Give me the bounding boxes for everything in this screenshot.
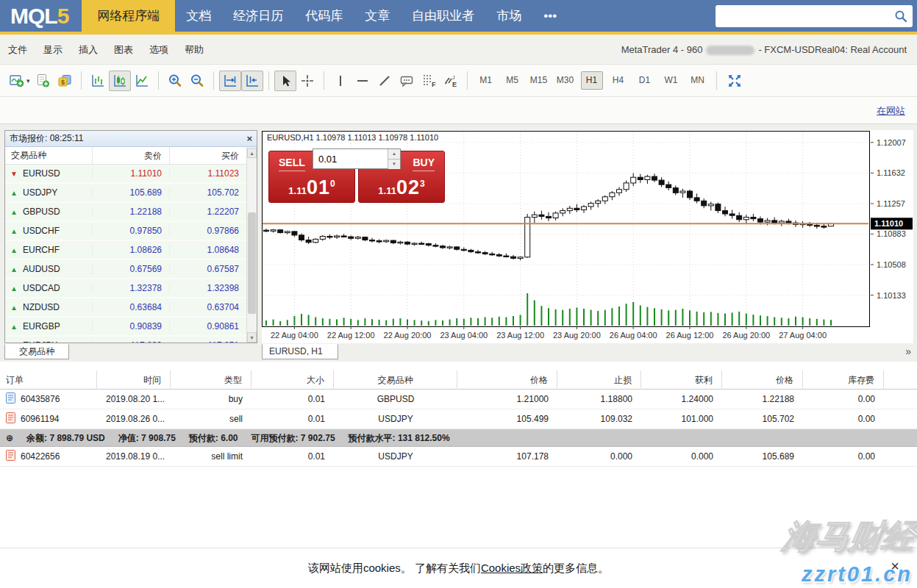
orders-column-9[interactable]: 价格 [722, 370, 803, 390]
onsite-link[interactable]: 在网站 [877, 104, 905, 118]
order-row[interactable]: 604226562019.08.19 0...sell limit0.01USD… [0, 447, 917, 467]
market-watch-row[interactable]: ▲NZDUSD0.636840.63704 [5, 298, 246, 318]
buy-price-small: 1.11 [378, 185, 396, 196]
market-watch-row[interactable]: ▼EURUSD1.110101.11023 [5, 165, 246, 184]
timeframe-button-m15[interactable]: M15 [528, 71, 550, 90]
order-id-cell: 60422656 [0, 450, 97, 463]
menu-item-4[interactable]: 图表 [106, 35, 141, 65]
column-ask[interactable]: 买价 [169, 147, 246, 164]
timeframe-button-w1[interactable]: W1 [660, 71, 682, 90]
market-watch-row[interactable]: ▲GBPUSD1.221881.22207 [5, 203, 246, 222]
orders-column-5[interactable]: 交易品种 [334, 370, 457, 390]
menu-item-1[interactable]: 文件 [0, 35, 35, 65]
tab-symbols[interactable]: 交易品种 [4, 344, 69, 359]
column-symbol[interactable]: 交易品种 [5, 149, 92, 162]
cookie-close-icon[interactable]: × [891, 559, 899, 573]
market-watch-row[interactable]: ▲EURJPY117.839117.851 [5, 337, 246, 343]
order-type: buy [171, 394, 251, 404]
menu-item-2[interactable]: 显示 [35, 35, 71, 65]
svg-text:$: $ [61, 78, 65, 85]
scroll-down-icon[interactable]: ▼ [247, 332, 257, 343]
more-tabs-icon[interactable]: » [905, 345, 911, 357]
chevron-down-icon[interactable]: ▾ [26, 77, 30, 85]
nav-item-7[interactable]: 市场 [485, 0, 532, 32]
balance-segment-3: 预付款: 6.00 [189, 433, 238, 443]
toolbar-separator [268, 71, 269, 90]
nav-item-6[interactable]: 自由职业者 [401, 0, 485, 32]
menu-item-5[interactable]: 选项 [141, 35, 176, 65]
market-watch-row[interactable]: ▲EURGBP0.908390.90861 [5, 318, 246, 337]
zoom-in-button[interactable] [164, 71, 186, 91]
orders-column-10[interactable]: 库存费 [803, 370, 884, 390]
line-chart-button[interactable] [131, 71, 153, 91]
nav-item-8[interactable]: ••• [532, 0, 568, 32]
order-row[interactable]: 604358762019.08.20 1...buy0.01GBPUSD1.21… [0, 390, 917, 409]
orders-column-4[interactable]: 大小 [251, 370, 334, 390]
candlestick-chart-button[interactable] [109, 71, 131, 91]
timeframe-button-mn[interactable]: MN [687, 71, 709, 90]
spinner-up-icon[interactable]: ▲ [388, 149, 400, 159]
nav-item-5[interactable]: 文章 [354, 0, 401, 32]
horizontal-line-button[interactable] [352, 71, 374, 91]
market-watch-row[interactable]: ▲USDJPY105.689105.702 [5, 184, 246, 203]
orders-column-11[interactable]: 利润 [884, 370, 917, 390]
bar-chart-button[interactable] [87, 71, 109, 91]
deposit-button[interactable]: $ [54, 71, 76, 91]
timeframe-button-m1[interactable]: M1 [475, 71, 497, 90]
price-axis-label: 1.10133 [877, 291, 906, 300]
spinner-down-icon[interactable]: ▼ [388, 159, 400, 169]
mql5-logo[interactable]: MQL 5 [0, 4, 82, 29]
fullscreen-button[interactable] [724, 71, 746, 91]
market-watch-row[interactable]: ▲USDCAD1.323781.32398 [5, 279, 246, 298]
search-input[interactable] [716, 7, 894, 26]
timeframe-button-d1[interactable]: D1 [634, 71, 656, 90]
nav-item-1[interactable]: 网络程序端 [82, 0, 175, 32]
market-watch-row[interactable]: ▲USDCHF0.978500.97866 [5, 222, 246, 241]
trendline-button[interactable] [374, 71, 396, 91]
market-watch-row[interactable]: ▲EURCHF1.086261.08648 [5, 241, 246, 260]
one-click-trading-widget: SELL 1.11010 BUY 1.11023 ▲ ▼ [268, 148, 445, 203]
orders-column-1[interactable]: 订单 [0, 370, 97, 390]
tab-chart-eurusd-h1[interactable]: EURUSD, H1 [262, 344, 338, 359]
timeframe-button-m30[interactable]: M30 [554, 71, 577, 90]
vertical-line-button[interactable] [329, 71, 352, 91]
expand-plus-icon[interactable]: ⊕ [6, 433, 13, 443]
order-row[interactable]: 609611942019.08.26 0...sell0.01USDJPY105… [0, 409, 917, 429]
order-symbol: USDJPY [334, 451, 457, 462]
column-bid[interactable]: 卖价 [92, 147, 169, 164]
chart-shift-button[interactable] [241, 71, 263, 91]
nav-item-3[interactable]: 经济日历 [222, 0, 294, 32]
menu-item-6[interactable]: 帮助 [176, 35, 212, 65]
fibonacci-button[interactable]: F [418, 71, 440, 91]
price-axis-label: 1.10508 [877, 260, 906, 269]
orders-column-7[interactable]: 止损 [557, 370, 641, 390]
orders-column-2[interactable]: 时间 [97, 370, 171, 390]
order-current-price: 105.702 [722, 414, 803, 424]
timeframe-button-h4[interactable]: H4 [607, 71, 629, 90]
text-label-button[interactable] [396, 71, 418, 91]
price-axis-label: 1.10883 [877, 229, 906, 238]
nav-item-4[interactable]: 代码库 [294, 0, 354, 32]
new-order-button[interactable] [32, 71, 54, 91]
timeframe-button-m5[interactable]: M5 [502, 71, 524, 90]
elliott-button[interactable]: EJ [440, 71, 462, 91]
menu-item-3[interactable]: 插入 [71, 35, 106, 65]
new-chart-button[interactable] [6, 71, 28, 91]
search-icon[interactable] [894, 10, 907, 23]
crosshair-button[interactable] [296, 71, 318, 91]
market-watch-row[interactable]: ▲AUDUSD0.675690.67587 [5, 260, 246, 279]
cookie-policy-link[interactable]: Cookies政策 [481, 562, 543, 574]
zoom-out-button[interactable] [186, 71, 208, 91]
scrollbar-thumb[interactable] [248, 212, 256, 314]
orders-column-8[interactable]: 获利 [641, 370, 722, 390]
orders-column-3[interactable]: 类型 [171, 370, 251, 390]
auto-scroll-button[interactable] [219, 71, 241, 91]
timeframe-button-h1[interactable]: H1 [581, 71, 603, 90]
scroll-up-icon[interactable]: ▲ [247, 148, 257, 158]
bid-price: 105.689 [92, 187, 169, 198]
cursor-button[interactable] [274, 71, 296, 91]
orders-column-6[interactable]: 价格 [457, 370, 557, 390]
volume-input[interactable] [313, 149, 388, 168]
close-icon[interactable]: × [246, 134, 252, 143]
nav-item-2[interactable]: 文档 [175, 0, 222, 32]
